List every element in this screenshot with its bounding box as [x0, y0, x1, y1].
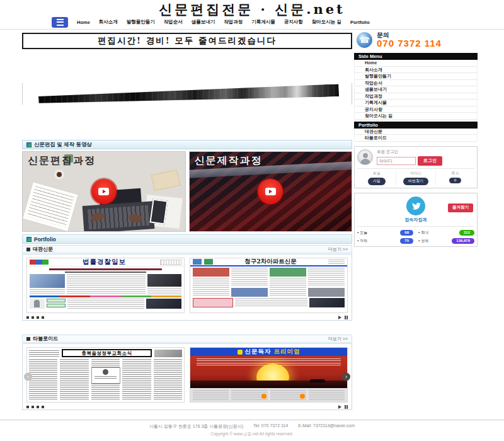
masthead-lines-graphic: [29, 350, 59, 357]
stat-value-yesterday: 75: [400, 238, 413, 244]
category-icon: [26, 337, 30, 341]
visitor-widget: 즐겨찾기 접속자집계 ▪오늘 68 ▪최대 312 ▪어제 75: [354, 193, 478, 247]
article-photo: [147, 274, 181, 287]
find-password-link[interactable]: 비번찾기: [403, 178, 428, 185]
play-button[interactable]: [258, 179, 283, 204]
sidebar-item-directions[interactable]: 찾아오시는 길: [355, 113, 477, 120]
footer-address: 서울시 강동구 천중로 176 3층 서울공판(신문사): [149, 423, 243, 430]
video-editing-thumbnail[interactable]: 신문편집과정: [22, 151, 186, 232]
category-icon: [26, 248, 30, 251]
masthead-flag-graphic: [30, 260, 49, 265]
newspaper-title: 법률경찰일보: [51, 258, 158, 266]
favorite-button[interactable]: 즐겨찾기: [448, 203, 473, 212]
visitor-stats: ▪오늘 68 ▪최대 312 ▪어제 75 ▪전체 139,878: [357, 226, 474, 244]
sidebar-item-records[interactable]: 기록게시물: [355, 100, 477, 106]
carousel-dot[interactable]: [32, 406, 34, 408]
sidebar-item-sample[interactable]: 샘플보내기: [355, 86, 477, 93]
menu-button[interactable]: [52, 17, 68, 28]
page: 신문편집전문 · 신문.net Home 회사소개 발행물만들기 작업순서 샘플…: [0, 0, 504, 441]
login-button[interactable]: 로그인: [418, 156, 442, 166]
more-link[interactable]: 더보기 >>: [328, 336, 348, 342]
nav-item-sample[interactable]: 샘플보내기: [192, 19, 215, 25]
flip-banner-area: [22, 81, 352, 108]
footer-email: E-Mail: 7372114@naver.com: [298, 423, 355, 430]
signup-link[interactable]: 가입: [368, 178, 386, 185]
coffee-cup-graphic: [54, 169, 64, 180]
newspaper-title: 충북음성정부교회소식: [62, 349, 152, 357]
more-link[interactable]: 더보기 >>: [328, 246, 348, 253]
video-production-title: 신문제작과정: [195, 154, 263, 168]
portfolio-row1-category: 대판신문: [33, 246, 53, 253]
footer: 서울시 강동구 천중로 176 3층 서울공판(신문사) Tel: 070 73…: [0, 420, 504, 437]
play-button[interactable]: [91, 179, 117, 204]
sidebar-item-broadsheet[interactable]: 대판신문: [355, 129, 477, 135]
sidebar-item-publications[interactable]: 발행물만들기: [355, 73, 477, 80]
flip-banner-left-edge: [22, 83, 23, 105]
nav-item-portfolio[interactable]: Portfolio: [350, 20, 370, 25]
stat-label-today: 오늘: [360, 231, 367, 234]
promo-banner-text: 편집시간! 경비! 모두 줄여드리겠습니다: [98, 35, 277, 47]
carousel-dot[interactable]: [37, 406, 39, 408]
footer-copyright: Copyright © www.신문.net All rights reserv…: [0, 432, 504, 437]
sun-thumbnail: [261, 394, 266, 399]
avatar: [357, 149, 373, 165]
masthead-lines-graphic: [328, 260, 345, 265]
portfolio-item-church-newspaper[interactable]: 충북음성정부교회소식: [26, 347, 185, 403]
portfolio-item-apartment-newspaper[interactable]: 청구2차아파트신문: [190, 258, 348, 313]
video-editing-title: 신문편집과정: [28, 154, 96, 168]
sidebar-item-home[interactable]: Home: [355, 60, 477, 67]
headline-graphic: [27, 266, 184, 274]
side-menu-list: Home 회사소개 발행물만들기 작업순서 샘플보내기 작업과정 기록게시물 공…: [354, 60, 478, 120]
article-footer-graphic: [190, 298, 347, 307]
portfolio-section-title: Portfolio: [34, 236, 56, 243]
portrait-photo: [103, 369, 108, 375]
sidebar-item-notice[interactable]: 공지사항: [355, 106, 477, 113]
sidebar-item-process[interactable]: 작업과정: [355, 93, 477, 100]
newspaper-flip-image: [38, 84, 339, 105]
carousel-dots: [26, 316, 44, 319]
nav-item-directions[interactable]: 찾아오시는 길: [312, 19, 341, 25]
side-portfolio-list: 대판신문 타블로이드: [354, 129, 478, 142]
carousel-prev-button[interactable]: ‹: [24, 373, 32, 381]
sidebar-item-tabloid[interactable]: 타블로이드: [355, 135, 477, 142]
carousel-pause-button[interactable]: [345, 405, 348, 409]
ad-box-graphic: [193, 298, 233, 307]
carousel-pause-button[interactable]: [345, 316, 348, 319]
nav-item-publications[interactable]: 발행물만들기: [127, 19, 155, 25]
nav-item-process[interactable]: 작업과정: [224, 19, 243, 25]
carousel-next-button[interactable]: ›: [342, 373, 350, 381]
stat-label-total: 전체: [421, 239, 428, 243]
video-production-thumbnail[interactable]: 신문제작과정: [189, 151, 353, 232]
carousel-dot[interactable]: [32, 316, 34, 319]
carousel-play-button[interactable]: [338, 405, 341, 409]
portfolio-item-premium-flyer[interactable]: 신문독자 프리미엄: [190, 347, 348, 403]
carousel-dot[interactable]: [42, 316, 44, 319]
stat-value-today: 68: [400, 230, 413, 236]
carousel-play-button[interactable]: [338, 316, 341, 319]
login-id-input[interactable]: [377, 157, 416, 165]
portfolio-row1-header: 대판신문 더보기 >>: [22, 245, 352, 253]
carousel-dot[interactable]: [26, 406, 29, 408]
portfolio-item-law-newspaper[interactable]: 법률경찰일보: [26, 258, 185, 313]
nav-item-home[interactable]: Home: [77, 20, 90, 25]
nav-item-notice[interactable]: 공지사항: [284, 19, 303, 25]
twitter-icon[interactable]: [406, 197, 425, 215]
portfolio-section-icon: [26, 237, 32, 242]
carousel-dot[interactable]: [26, 316, 29, 319]
message-link[interactable]: 0: [449, 178, 461, 183]
nav-item-records[interactable]: 기록게시물: [251, 19, 275, 25]
portfolio-row1-carousel: 법률경찰일보: [22, 254, 352, 321]
nav-item-company[interactable]: 회사소개: [99, 19, 118, 25]
main-content: 편집시간! 경비! 모두 줄여드리겠습니다 신문편집 및 제작 동영상: [22, 33, 352, 418]
login-link-label: 쪽지: [451, 171, 459, 176]
carousel-dot[interactable]: [37, 316, 39, 319]
nav-item-workflow[interactable]: 작업순서: [164, 19, 183, 25]
flyer-title-part1: 신문독자: [245, 348, 272, 356]
login-link-label: 회원: [373, 171, 381, 176]
article-photo: [30, 274, 65, 288]
masthead-photo: [154, 350, 182, 357]
carousel-dot[interactable]: [42, 406, 44, 408]
sidebar-item-company[interactable]: 회사소개: [355, 67, 477, 74]
login-links: 회원 가입 아이디 비번찾기 쪽지 0: [357, 168, 474, 185]
sidebar-item-workflow[interactable]: 작업순서: [355, 80, 477, 87]
